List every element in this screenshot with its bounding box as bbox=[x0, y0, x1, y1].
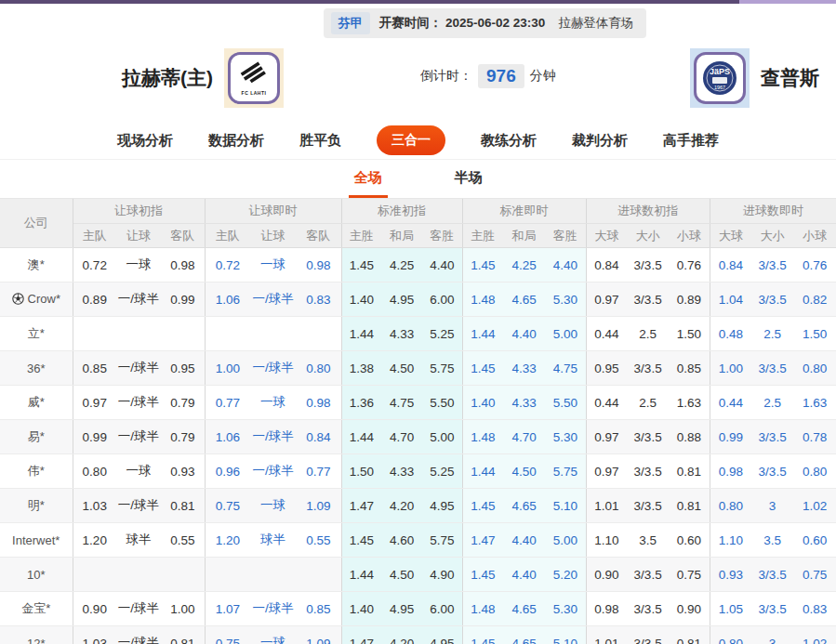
odds-cell[interactable]: 1.09 bbox=[296, 626, 341, 644]
odds-cell[interactable]: 5.10 bbox=[545, 489, 586, 523]
odds-cell[interactable]: 1.45 bbox=[462, 248, 503, 283]
odds-cell[interactable]: 0.98 bbox=[296, 248, 341, 283]
period-tab-1[interactable]: 半场 bbox=[449, 169, 488, 195]
odds-cell[interactable]: 一球 bbox=[250, 248, 296, 283]
odds-cell[interactable]: 1.02 bbox=[793, 626, 836, 644]
odds-cell[interactable]: 0.80 bbox=[710, 489, 751, 523]
odds-cell[interactable]: 一球 bbox=[250, 386, 296, 420]
nav-tab-4[interactable]: 教练分析 bbox=[481, 132, 537, 150]
odds-cell[interactable]: 0.96 bbox=[205, 454, 250, 489]
company-cell[interactable]: 明* bbox=[0, 489, 73, 523]
company-cell[interactable]: 36* bbox=[0, 351, 73, 386]
odds-cell[interactable]: 1.06 bbox=[205, 420, 250, 454]
nav-tab-5[interactable]: 裁判分析 bbox=[572, 132, 628, 150]
odds-cell[interactable]: 0.44 bbox=[710, 386, 751, 420]
odds-cell[interactable]: 4.65 bbox=[503, 283, 545, 317]
odds-cell[interactable]: 5.50 bbox=[545, 386, 586, 420]
odds-cell[interactable]: 1.45 bbox=[462, 489, 503, 523]
odds-cell[interactable]: 1.40 bbox=[462, 386, 503, 420]
odds-cell[interactable]: 0.55 bbox=[296, 523, 341, 558]
odds-cell[interactable]: 4.70 bbox=[503, 420, 545, 454]
odds-cell[interactable]: 3 bbox=[751, 626, 793, 644]
odds-cell[interactable]: 5.00 bbox=[545, 523, 586, 558]
odds-cell[interactable]: 0.98 bbox=[710, 454, 751, 489]
odds-cell[interactable]: 1.50 bbox=[793, 317, 836, 351]
odds-cell[interactable]: 1.10 bbox=[710, 523, 751, 558]
odds-cell[interactable]: 4.33 bbox=[503, 386, 545, 420]
odds-cell[interactable]: 0.82 bbox=[793, 283, 836, 317]
odds-cell[interactable]: 1.44 bbox=[462, 317, 503, 351]
odds-cell[interactable]: 3/3.5 bbox=[751, 592, 793, 626]
odds-cell[interactable]: 1.48 bbox=[462, 420, 503, 454]
odds-cell[interactable]: 0.80 bbox=[793, 454, 836, 489]
odds-cell[interactable]: 4.25 bbox=[503, 248, 545, 283]
odds-cell[interactable]: 5.30 bbox=[545, 592, 586, 626]
odds-cell[interactable]: 0.75 bbox=[793, 558, 836, 592]
odds-cell[interactable]: 0.83 bbox=[296, 283, 341, 317]
odds-cell[interactable]: 3/3.5 bbox=[751, 420, 793, 454]
odds-cell[interactable]: 0.75 bbox=[205, 489, 250, 523]
odds-cell[interactable]: 1.20 bbox=[205, 523, 250, 558]
odds-cell[interactable]: 0.78 bbox=[793, 420, 836, 454]
odds-cell[interactable]: 0.83 bbox=[793, 592, 836, 626]
odds-cell[interactable]: 0.99 bbox=[710, 420, 751, 454]
odds-cell[interactable]: 0.72 bbox=[205, 248, 250, 283]
odds-cell[interactable]: 一/球半 bbox=[250, 420, 296, 454]
odds-cell[interactable]: 1.47 bbox=[462, 523, 503, 558]
odds-cell[interactable]: 0.77 bbox=[296, 454, 341, 489]
odds-cell[interactable]: 0.93 bbox=[710, 558, 751, 592]
odds-cell[interactable]: 1.00 bbox=[205, 351, 250, 386]
odds-cell[interactable]: 1.07 bbox=[205, 592, 250, 626]
company-cell[interactable]: 威* bbox=[0, 386, 73, 420]
odds-cell[interactable]: 一球 bbox=[250, 626, 296, 644]
odds-cell[interactable]: 0.84 bbox=[710, 248, 751, 283]
odds-cell[interactable]: 4.40 bbox=[545, 248, 586, 283]
odds-cell[interactable]: 4.40 bbox=[503, 317, 545, 351]
company-cell[interactable]: 12* bbox=[0, 626, 73, 644]
odds-cell[interactable]: 0.80 bbox=[296, 351, 341, 386]
odds-cell[interactable]: 0.84 bbox=[296, 420, 341, 454]
odds-cell[interactable]: 5.10 bbox=[545, 626, 586, 644]
odds-cell[interactable]: 一/球半 bbox=[250, 351, 296, 386]
odds-cell[interactable]: 3/3.5 bbox=[751, 248, 793, 283]
odds-cell[interactable]: 2.5 bbox=[751, 386, 793, 420]
company-cell[interactable]: 10* bbox=[0, 558, 73, 592]
odds-cell[interactable]: 一/球半 bbox=[250, 283, 296, 317]
odds-cell[interactable]: 2.5 bbox=[751, 317, 793, 351]
period-tab-0[interactable]: 全场 bbox=[349, 169, 388, 198]
odds-cell[interactable]: 1.02 bbox=[793, 489, 836, 523]
odds-cell[interactable]: 1.63 bbox=[793, 386, 836, 420]
odds-cell[interactable]: 0.48 bbox=[710, 317, 751, 351]
odds-cell[interactable]: 4.65 bbox=[503, 592, 545, 626]
nav-tab-1[interactable]: 数据分析 bbox=[208, 132, 264, 150]
odds-cell[interactable]: 4.40 bbox=[503, 558, 545, 592]
nav-tab-6[interactable]: 高手推荐 bbox=[663, 132, 719, 150]
nav-tab-2[interactable]: 胜平负 bbox=[299, 132, 341, 150]
company-cell[interactable]: 金宝* bbox=[0, 592, 73, 626]
league-badge[interactable]: 芬甲 bbox=[331, 12, 370, 34]
odds-cell[interactable]: 1.06 bbox=[205, 283, 250, 317]
odds-cell[interactable]: 0.75 bbox=[205, 626, 250, 644]
company-cell[interactable]: Crow* bbox=[0, 283, 73, 317]
odds-cell[interactable]: 1.48 bbox=[462, 283, 503, 317]
odds-cell[interactable]: 0.77 bbox=[205, 386, 250, 420]
odds-cell[interactable]: 4.40 bbox=[503, 523, 545, 558]
odds-cell[interactable]: 5.30 bbox=[545, 420, 586, 454]
odds-cell[interactable]: 1.48 bbox=[462, 592, 503, 626]
odds-cell[interactable]: 一/球半 bbox=[250, 454, 296, 489]
odds-cell[interactable]: 5.30 bbox=[545, 283, 586, 317]
company-cell[interactable]: 澳* bbox=[0, 248, 73, 283]
odds-cell[interactable]: 4.65 bbox=[503, 626, 545, 644]
nav-tab-0[interactable]: 现场分析 bbox=[117, 132, 173, 150]
odds-cell[interactable]: 一球 bbox=[250, 489, 296, 523]
odds-cell[interactable]: 5.00 bbox=[545, 317, 586, 351]
company-cell[interactable]: 立* bbox=[0, 317, 73, 351]
odds-cell[interactable]: 1.00 bbox=[710, 351, 751, 386]
odds-cell[interactable]: 球半 bbox=[250, 523, 296, 558]
odds-cell[interactable]: 0.60 bbox=[793, 523, 836, 558]
odds-cell[interactable]: 0.80 bbox=[710, 626, 751, 644]
odds-cell[interactable]: 一/球半 bbox=[250, 592, 296, 626]
odds-cell[interactable]: 4.75 bbox=[545, 351, 586, 386]
odds-cell[interactable]: 0.80 bbox=[793, 351, 836, 386]
company-cell[interactable]: Interwet* bbox=[0, 523, 73, 558]
